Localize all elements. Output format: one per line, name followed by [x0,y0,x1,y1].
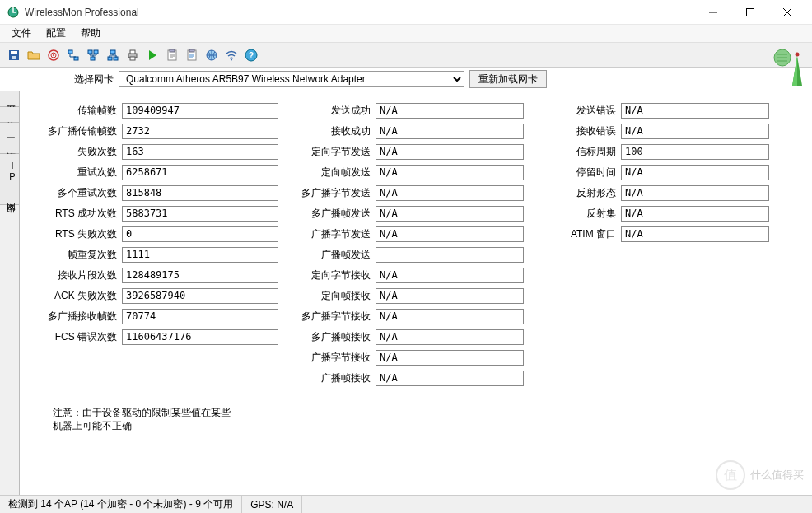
menu-help[interactable]: 帮助 [74,25,107,42]
svg-point-28 [796,53,800,57]
stat-value: N/A [621,226,769,242]
main-area: 概要 统计 图形 连接 IP 网络 传输帧数109409947多广播传输帧数27… [0,91,812,513]
stat-value: 11606437176 [122,329,278,345]
stat-value: N/A [621,124,769,139]
svg-point-7 [53,54,54,56]
stat-label: 广播帧发送 [285,248,376,262]
vtab-net[interactable]: 网络 [0,189,19,205]
stat-row: RTS 失败次数0 [31,225,278,243]
stat-label: 失败次数 [31,145,122,159]
wifi-icon[interactable] [222,46,240,64]
clipboard2-icon[interactable] [183,46,201,64]
target-icon[interactable] [44,46,63,64]
maximize-button[interactable] [731,0,768,25]
vertical-tabs: 概要 统计 图形 连接 IP 网络 [0,91,20,513]
stat-value: 815848 [122,185,278,201]
stat-row: 失败次数163 [31,142,278,161]
watermark: 值 什么值得买 [716,460,804,490]
app-icon [7,6,20,19]
stat-row: RTS 成功次数5883731 [31,204,278,222]
antenna-icon [768,46,807,86]
watermark-text: 什么值得买 [750,468,804,483]
stat-value: 2732 [122,124,278,139]
adapter-label: 选择网卡 [74,72,114,86]
stat-label: 多广播接收帧数 [31,310,122,324]
stat-label: 停留时间 [530,166,621,180]
adapter-row: 选择网卡 Qualcomm Atheros AR5B97 Wireless Ne… [0,68,812,91]
stat-value: 5883731 [122,206,278,222]
minimize-button[interactable] [694,0,731,25]
stat-value: N/A [376,329,524,345]
stat-label: 发送错误 [530,104,621,118]
stat-label: 传输帧数 [31,104,122,118]
network1-icon[interactable] [64,46,82,64]
printer-icon[interactable] [124,46,142,64]
window-title: WirelessMon Professional [25,7,694,18]
globe-icon[interactable] [203,46,221,64]
stat-label: 定向帧接收 [285,289,376,303]
stat-value: 70774 [122,309,278,324]
stat-row: 发送成功N/A [285,101,524,119]
stat-value: N/A [376,350,524,366]
stat-label: 反射集 [530,207,621,221]
menu-config[interactable]: 配置 [40,25,72,42]
stat-label: ACK 失败次数 [31,289,122,303]
play-icon[interactable] [143,46,161,64]
stat-value: N/A [376,371,524,386]
stat-row: 接收成功N/A [285,122,524,140]
stat-row: 多广播接收帧数70774 [31,307,278,325]
adapter-select[interactable]: Qualcomm Atheros AR5B97 Wireless Network… [119,71,464,87]
stat-row: 多广播字节接收N/A [285,307,524,325]
stat-value: 100 [621,144,769,160]
stats-col-2: 发送成功N/A接收成功N/A定向字节发送N/A定向帧发送N/A多广播字节发送N/… [285,101,524,387]
stat-label: 帧重复次数 [31,248,122,262]
stat-row: 多广播帧发送N/A [285,204,524,222]
menubar: 文件 配置 帮助 [0,25,812,43]
stat-label: 定向字节接收 [285,268,376,282]
stat-row: 多广播传输帧数2732 [31,122,278,140]
stat-label: RTS 失败次数 [31,227,122,241]
stat-row: 反射形态N/A [530,184,769,202]
menu-file[interactable]: 文件 [5,25,38,42]
vtab-connect[interactable]: 连接 [0,138,19,154]
help-icon[interactable]: ? [242,46,260,64]
vtab-ip[interactable]: IP [0,154,19,189]
stat-value: N/A [376,103,524,119]
toolbar: ? [0,43,812,68]
stat-value [376,247,524,263]
vtab-summary[interactable]: 概要 [0,91,19,107]
stat-row: 定向帧接收N/A [285,287,524,305]
stat-row: 定向字节接收N/A [285,266,524,284]
reload-adapter-button[interactable]: 重新加载网卡 [469,70,547,88]
svg-rect-20 [170,49,175,52]
network3-icon[interactable] [104,46,122,64]
status-gps: GPS: N/A [242,496,302,513]
close-button[interactable] [768,0,805,25]
stat-label: 接收错误 [530,124,621,138]
open-icon[interactable] [25,46,43,64]
stat-value: N/A [376,226,524,242]
stat-row: 多广播字节发送N/A [285,184,524,202]
stat-row: 广播帧发送 [285,245,524,263]
stat-row: 传输帧数109409947 [31,101,278,119]
stat-label: 多广播帧接收 [285,330,376,344]
stat-label: 信标周期 [530,145,621,159]
stat-row: 广播字节接收N/A [285,348,524,366]
statusbar: 检测到 14 个AP (14 个加密 - 0 个未加密) - 9 个可用 GPS… [0,495,812,513]
network2-icon[interactable] [84,46,102,64]
vtab-stats[interactable]: 统计 [0,107,19,123]
save-icon[interactable] [5,46,23,64]
stat-value: 3926587940 [122,288,278,304]
stat-row: 接收错误N/A [530,122,769,140]
svg-rect-17 [130,50,135,54]
stat-row: ATIM 窗口N/A [530,225,769,243]
vtab-graph[interactable]: 图形 [0,123,19,138]
stats-col-3: 发送错误N/A接收错误N/A信标周期100停留时间N/A反射形态N/A反射集N/… [530,101,769,387]
stat-label: 重试次数 [31,166,122,180]
clipboard1-icon[interactable] [163,46,181,64]
stat-value: N/A [376,309,524,324]
svg-rect-18 [130,57,135,60]
stat-label: 接收成功 [285,124,376,138]
watermark-badge: 值 [716,460,745,490]
svg-rect-4 [12,56,16,59]
